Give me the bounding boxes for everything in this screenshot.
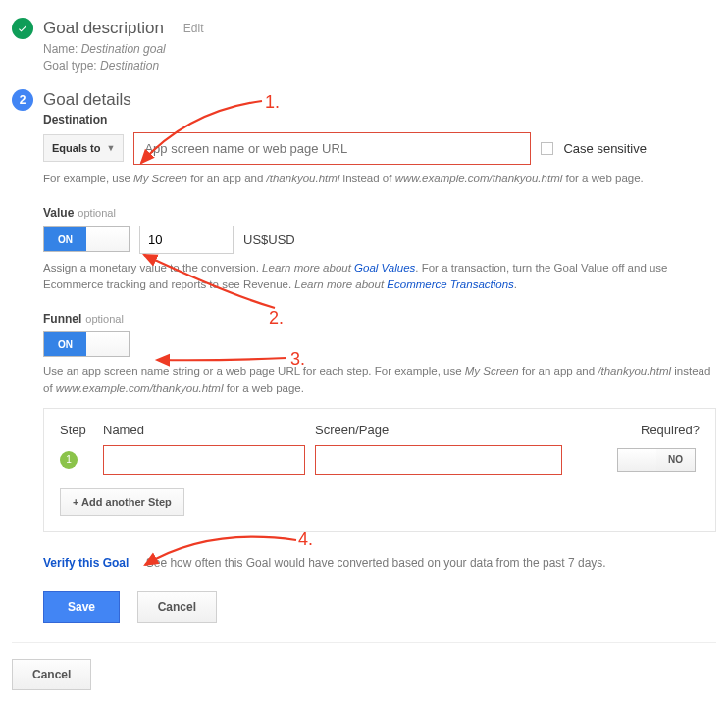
funnel-help: Use an app screen name string or a web p… [43, 363, 716, 398]
step-required-toggle[interactable]: NO [617, 448, 696, 472]
funnel-toggle[interactable]: ON [43, 331, 130, 357]
funnel-label: Funneloptional [43, 312, 716, 326]
add-step-button[interactable]: + Add another Step [60, 488, 184, 516]
destination-input[interactable] [133, 132, 531, 165]
save-button[interactable]: Save [43, 591, 120, 623]
step-2-num-icon: 2 [12, 89, 33, 111]
destination-help: For example, use My Screen for an app an… [43, 171, 716, 188]
check-icon [12, 18, 33, 39]
step-number-badge: 1 [60, 451, 78, 469]
value-amount-input[interactable] [139, 226, 234, 254]
value-help: Assign a monetary value to the conversio… [43, 260, 716, 295]
footer-cancel-button[interactable]: Cancel [12, 659, 91, 690]
step-2-title: Goal details [43, 90, 131, 110]
step-1-header: Goal description Edit [12, 18, 716, 39]
edit-link[interactable]: Edit [183, 22, 204, 35]
verify-row: Verify this Goal See how often this Goal… [43, 556, 716, 570]
goal-values-link[interactable]: Goal Values [354, 262, 415, 274]
match-type-dropdown[interactable]: Equals to ▼ [43, 134, 124, 162]
value-label: Valueoptional [43, 206, 716, 220]
step-2-header: 2 Goal details [12, 89, 716, 111]
value-currency: US$USD [243, 232, 295, 247]
funnel-step-row: 1 NO [60, 445, 700, 475]
verify-text: See how often this Goal would have conve… [146, 556, 606, 570]
case-sensitive-label: Case sensitive [563, 141, 647, 156]
case-sensitive-checkbox[interactable] [541, 142, 553, 155]
chevron-down-icon: ▼ [107, 143, 116, 153]
verify-goal-link[interactable]: Verify this Goal [43, 556, 129, 570]
ecommerce-link[interactable]: Ecommerce Transactions [387, 278, 514, 290]
divider [12, 642, 716, 643]
action-row: Save Cancel [43, 591, 716, 623]
funnel-columns: Step Named Screen/Page Required? [60, 423, 700, 437]
cancel-button[interactable]: Cancel [137, 591, 217, 623]
funnel-steps-box: Step Named Screen/Page Required? 1 NO + … [43, 408, 716, 532]
destination-label: Destination [43, 113, 716, 126]
step-1-title: Goal description [43, 19, 164, 38]
step-1-subtitle: Name: Destination goal Goal type: Destin… [43, 41, 716, 75]
value-toggle[interactable]: ON [43, 226, 130, 252]
step-screen-input[interactable] [315, 445, 562, 475]
step-name-input[interactable] [103, 445, 305, 475]
